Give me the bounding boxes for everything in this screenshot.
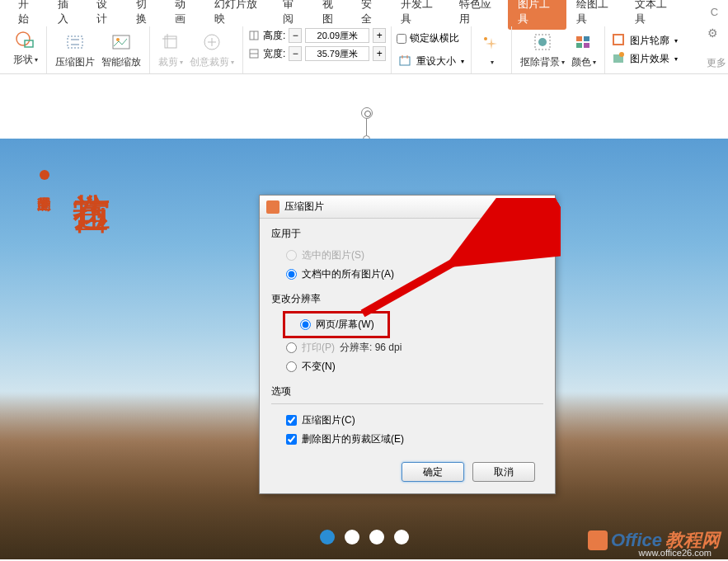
close-button[interactable]: ✕ <box>517 199 552 215</box>
smartscale-button[interactable]: 智能缩放 <box>98 29 144 71</box>
reset-size-label: 重设大小 <box>416 54 456 68</box>
chevron-down-icon: ▾ <box>674 37 678 45</box>
highlight-box: 网页/屏幕(W) <box>283 311 390 338</box>
tab-text-tools[interactable]: 文本工具 <box>625 0 683 30</box>
height-row: 高度: − + <box>248 28 386 43</box>
app-icon <box>266 200 279 214</box>
height-input[interactable] <box>305 28 369 43</box>
opt-delcrop-label: 删除图片的剪裁区域(E) <box>302 432 404 446</box>
opt-compress-check[interactable]: 压缩图片(C) <box>271 411 543 430</box>
adjust-button[interactable]: ▾ <box>477 32 506 68</box>
width-plus-button[interactable]: + <box>373 46 386 61</box>
res-label: 分辨率: <box>340 342 372 353</box>
tab-extra[interactable]: C <box>701 2 728 21</box>
chevron-down-icon: ▾ <box>674 55 678 63</box>
reset-size-button[interactable]: 重设大小▾ <box>397 52 466 70</box>
tab-security[interactable]: 安全 <box>351 0 391 30</box>
creative-crop-button[interactable]: 创意裁剪▾ <box>186 29 237 71</box>
height-plus-button[interactable]: + <box>373 28 386 43</box>
chevron-down-icon: ▾ <box>561 59 565 66</box>
svg-point-12 <box>538 38 547 46</box>
height-minus-button[interactable]: − <box>289 28 302 43</box>
pager-dot-4[interactable] <box>394 530 409 544</box>
options-label: 选项 <box>271 384 543 398</box>
tab-switch[interactable]: 切换 <box>126 0 166 30</box>
height-label: 高度: <box>263 29 285 43</box>
shape-label: 形状 <box>13 53 33 67</box>
pager-dot-2[interactable] <box>345 530 359 544</box>
dialog-titlebar[interactable]: 压缩图片 ✕ <box>260 196 555 219</box>
width-input[interactable] <box>305 46 369 61</box>
svg-rect-16 <box>584 43 589 48</box>
opt-compress-label: 压缩图片(C) <box>302 413 355 427</box>
opt-selected-label: 选中的图片(S) <box>302 248 364 262</box>
creative-crop-label: 创意裁剪 <box>190 55 229 69</box>
lock-ratio-label: 锁定纵横比 <box>410 31 459 45</box>
tab-review[interactable]: 审阅 <box>273 0 312 30</box>
remove-bg-icon <box>531 31 554 54</box>
tab-anim[interactable]: 动画 <box>165 0 204 30</box>
tab-start[interactable]: 开始 <box>8 0 48 30</box>
compress-button[interactable]: 压缩图片 <box>52 29 98 71</box>
pager <box>320 530 409 544</box>
svg-rect-13 <box>576 36 582 41</box>
group-adjust: ▾ <box>472 26 512 73</box>
outline-icon <box>612 33 627 48</box>
opt-delcrop-check[interactable]: 删除图片的剪裁区域(E) <box>271 430 543 449</box>
pager-dot-3[interactable] <box>369 530 384 544</box>
color-button[interactable]: 颜色▾ <box>568 29 599 71</box>
divider <box>271 403 543 404</box>
cancel-button[interactable]: 取消 <box>472 462 535 482</box>
title-block: 世界屋脊上的明珠 布达拉宫 <box>35 163 112 186</box>
svg-rect-9 <box>400 57 410 65</box>
tab-slideshow[interactable]: 幻灯片放映 <box>204 0 273 30</box>
tab-picture-tools[interactable]: 图片工具 <box>508 0 566 30</box>
crop-button[interactable]: 裁剪▾ <box>155 29 186 71</box>
pic-effect-button[interactable]: 图片效果▾ <box>610 50 679 68</box>
pic-outline-button[interactable]: 图片轮廓▾ <box>610 31 679 50</box>
opt-web-label: 网页/屏幕(W) <box>316 318 374 332</box>
group-crop: 裁剪▾ 创意裁剪▾ <box>150 26 243 73</box>
compress-dialog: 压缩图片 ✕ 应用于 选中的图片(S) 文档中的所有图片(A) 更改分辨率 网页… <box>259 195 556 494</box>
svg-point-10 <box>484 37 487 40</box>
tab-draw-tools[interactable]: 绘图工具 <box>566 0 625 30</box>
ok-button[interactable]: 确定 <box>402 462 464 482</box>
logo-url: www.office26.com <box>639 548 712 558</box>
lock-ratio-checkbox[interactable]: 锁定纵横比 <box>397 31 459 45</box>
chevron-down-icon: ▾ <box>491 59 494 66</box>
remove-bg-button[interactable]: 抠除背景▾ <box>517 29 568 71</box>
svg-rect-15 <box>576 43 582 48</box>
change-res-label: 更改分辨率 <box>271 292 543 306</box>
opt-nochange[interactable]: 不变(N) <box>271 357 543 376</box>
compress-label: 压缩图片 <box>55 55 95 69</box>
tab-dev[interactable]: 开发工具 <box>391 0 449 30</box>
ribbon-tabs: 开始 插入 设计 切换 动画 幻灯片放映 审阅 视图 安全 开发工具 特色应用 … <box>0 0 728 23</box>
svg-point-19 <box>619 52 624 57</box>
dialog-title: 压缩图片 <box>284 200 517 214</box>
tab-special[interactable]: 特色应用 <box>449 0 508 30</box>
color-icon <box>572 31 595 54</box>
shape-button[interactable]: 形状▾ <box>10 26 41 68</box>
width-icon <box>248 48 260 59</box>
smartscale-label: 智能缩放 <box>101 55 141 69</box>
tab-design[interactable]: 设计 <box>87 0 126 30</box>
rotate-handle[interactable] <box>361 107 373 119</box>
rotate-line <box>366 119 367 137</box>
tab-view[interactable]: 视图 <box>312 0 352 30</box>
height-icon <box>248 30 260 41</box>
effect-icon <box>612 51 627 66</box>
opt-web[interactable]: 网页/屏幕(W) <box>297 315 374 334</box>
group-lock: 锁定纵横比 重设大小▾ <box>392 26 472 73</box>
opt-print[interactable]: 打印(P) 分辨率: 96 dpi <box>271 338 543 357</box>
opt-all-pics[interactable]: 文档中的所有图片(A) <box>271 265 543 284</box>
color-label: 颜色 <box>571 55 591 69</box>
reset-icon <box>398 54 413 68</box>
group-size: 高度: − + 宽度: − + <box>243 26 392 73</box>
pager-dot-1[interactable] <box>320 530 335 544</box>
tab-insert[interactable]: 插入 <box>48 0 87 30</box>
chevron-down-icon: ▾ <box>35 56 38 64</box>
width-minus-button[interactable]: − <box>289 46 302 61</box>
remove-bg-label: 抠除背景 <box>520 55 560 69</box>
ribbon-toolbar: 形状▾ 压缩图片 智能缩放 裁剪▾ 创意裁剪▾ 高度: − + <box>0 23 728 74</box>
pic-effect-label: 图片效果 <box>630 52 669 66</box>
